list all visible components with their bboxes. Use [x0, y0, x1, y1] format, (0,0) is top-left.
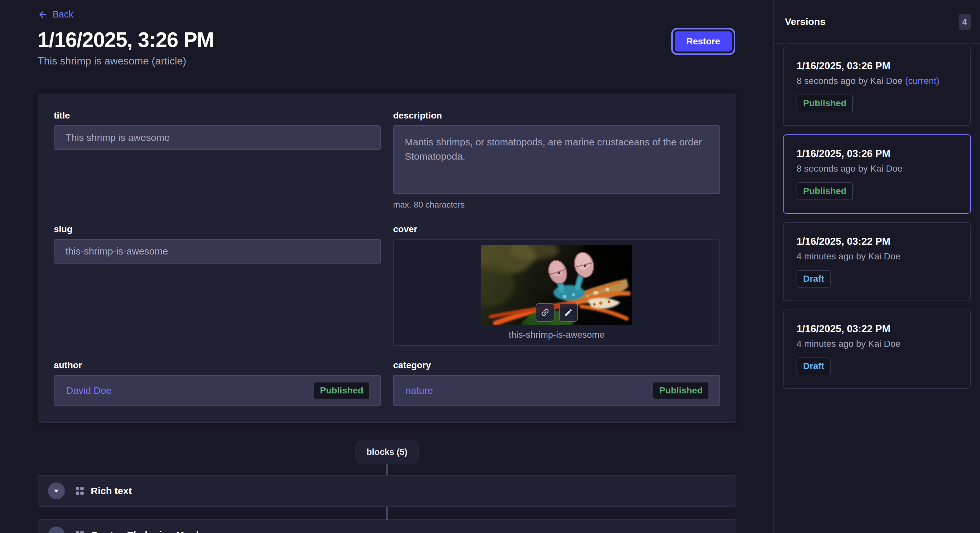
fields-card: title This shrimp is awesome description…: [38, 94, 736, 423]
version-history-page: Back 1/16/2025, 3:26 PM This shrimp is a…: [0, 0, 980, 533]
status-badge: Draft: [797, 357, 830, 375]
description-textarea[interactable]: Mantis shrimps, or stomatopods, are mari…: [393, 125, 720, 194]
chevron-down-icon[interactable]: [48, 482, 65, 499]
title-field: title This shrimp is awesome: [54, 110, 381, 150]
author-relation-box: David Doe Published: [54, 375, 381, 406]
link-icon[interactable]: [536, 303, 555, 322]
description-field: description Mantis shrimps, or stomatopo…: [393, 110, 720, 210]
version-meta-text: 8 seconds ago by Kai Doe: [797, 76, 902, 86]
description-hint: max. 80 characters: [393, 200, 720, 210]
version-card[interactable]: 1/16/2025, 03:26 PM 8 seconds ago by Kai…: [783, 47, 971, 126]
arrow-left-icon: [38, 10, 48, 20]
category-field: category nature Published: [393, 360, 720, 406]
version-meta: 4 minutes ago by Kai Doe: [797, 251, 957, 262]
page-title: 1/16/2025, 3:26 PM: [38, 28, 214, 52]
version-card[interactable]: 1/16/2025, 03:22 PM 4 minutes ago by Kai…: [783, 309, 971, 389]
main-content: Back 1/16/2025, 3:26 PM This shrimp is a…: [0, 0, 773, 533]
version-meta-text: 4 minutes ago by Kai Doe: [797, 339, 900, 349]
versions-count-badge: 4: [959, 14, 971, 30]
pencil-icon[interactable]: [559, 303, 578, 322]
title-input[interactable]: This shrimp is awesome: [54, 125, 381, 150]
versions-title: Versions: [785, 16, 826, 27]
cover-field: cover: [393, 224, 720, 346]
author-label: author: [54, 360, 381, 370]
version-date: 1/16/2025, 03:22 PM: [797, 236, 957, 247]
connector-line: [386, 464, 388, 475]
page-header-titles: 1/16/2025, 3:26 PM This shrimp is awesom…: [38, 28, 214, 67]
version-date: 1/16/2025, 03:22 PM: [797, 323, 957, 335]
drag-grid-icon[interactable]: [76, 531, 84, 533]
blocks-section: blocks (5) Rich text: [38, 440, 736, 533]
version-date: 1/16/2025, 03:26 PM: [797, 148, 957, 160]
cover-actions: [536, 303, 578, 322]
cover-image: [481, 245, 632, 325]
version-meta: 4 minutes ago by Kai Doe: [797, 339, 957, 349]
version-meta: 8 seconds ago by Kai Doe: [797, 163, 957, 174]
version-meta-text: 4 minutes ago by Kai Doe: [797, 251, 900, 261]
block-label: Quote - Thelonius Monk: [91, 530, 202, 533]
version-meta-text: 8 seconds ago by Kai Doe: [797, 163, 902, 174]
restore-button[interactable]: Restore: [675, 32, 732, 51]
description-value: Mantis shrimps, or stomatopods, are mari…: [405, 135, 708, 163]
cover-label: cover: [393, 224, 720, 235]
version-meta: 8 seconds ago by Kai Doe(current): [797, 76, 957, 86]
block-accordion[interactable]: Rich text: [38, 475, 736, 507]
description-label: description: [393, 110, 720, 121]
status-badge: Published: [313, 382, 370, 400]
drag-grid-icon[interactable]: [76, 487, 84, 495]
status-badge: Published: [653, 382, 709, 400]
version-date: 1/16/2025, 03:26 PM: [797, 60, 957, 72]
chevron-down-icon[interactable]: [48, 527, 65, 533]
slug-field: slug this-shrimp-is-awesome: [54, 224, 381, 263]
title-value: This shrimp is awesome: [65, 132, 170, 143]
blocks-list: Rich text Quote - Thelonius Monk: [38, 475, 736, 533]
cover-caption: this-shrimp-is-awesome: [509, 330, 605, 340]
versions-header: Versions 4: [774, 0, 980, 44]
page-subtitle: This shrimp is awesome (article): [38, 55, 214, 67]
versions-panel: Versions 4 1/16/2025, 03:26 PM 8 seconds…: [773, 0, 980, 533]
title-label: title: [54, 110, 381, 121]
author-value-link[interactable]: David Doe: [66, 385, 111, 396]
cover-box: this-shrimp-is-awesome: [393, 239, 720, 346]
blocks-pill[interactable]: blocks (5): [355, 440, 419, 464]
version-card[interactable]: 1/16/2025, 03:26 PM 8 seconds ago by Kai…: [783, 134, 971, 214]
back-label: Back: [52, 9, 73, 20]
status-badge: Published: [797, 182, 853, 200]
slug-value: this-shrimp-is-awesome: [65, 246, 168, 257]
block-label: Rich text: [91, 485, 132, 497]
versions-list: 1/16/2025, 03:26 PM 8 seconds ago by Kai…: [774, 44, 980, 398]
author-field: author David Doe Published: [54, 360, 381, 406]
page-header: 1/16/2025, 3:26 PM This shrimp is awesom…: [38, 28, 736, 67]
status-badge: Draft: [797, 270, 830, 288]
category-value-link[interactable]: nature: [406, 385, 433, 396]
version-current-label: (current): [905, 76, 940, 86]
block-accordion[interactable]: Quote - Thelonius Monk: [38, 519, 736, 533]
back-link[interactable]: Back: [38, 9, 73, 20]
status-badge: Published: [797, 95, 853, 113]
category-relation-box: nature Published: [393, 375, 720, 406]
version-card[interactable]: 1/16/2025, 03:22 PM 4 minutes ago by Kai…: [783, 222, 971, 301]
slug-label: slug: [54, 224, 381, 235]
slug-input[interactable]: this-shrimp-is-awesome: [54, 239, 381, 263]
category-label: category: [393, 360, 720, 370]
